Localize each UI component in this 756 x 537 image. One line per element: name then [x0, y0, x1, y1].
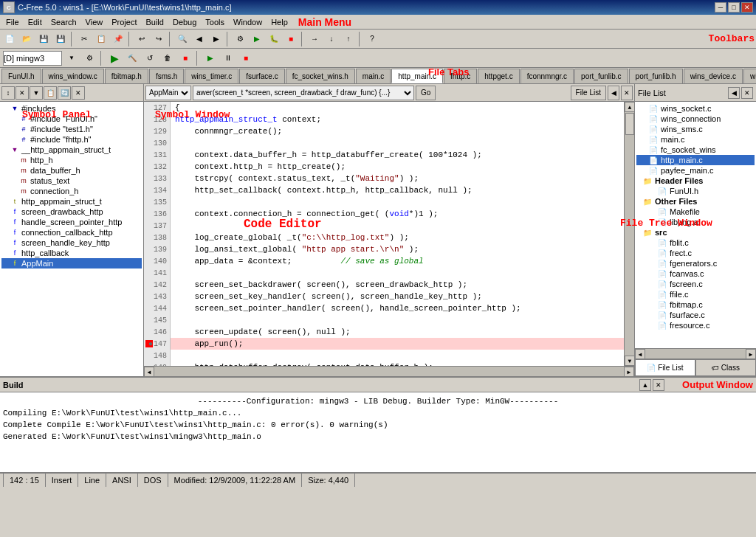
scroll-up-btn[interactable]: ▲: [625, 102, 634, 112]
tb2-play[interactable]: ▶: [106, 50, 123, 66]
tab-wins[interactable]: wins: [743, 69, 756, 83]
menu-window[interactable]: Window: [229, 16, 267, 28]
tab-http-main-c[interactable]: http_main.c: [391, 69, 443, 83]
tree-func-http-callback[interactable]: f http_callback: [1, 248, 142, 258]
tb-stepover[interactable]: →: [306, 31, 323, 47]
ft-hscroll-right[interactable]: ▶: [746, 349, 756, 359]
ft-hscroll-left[interactable]: ◀: [635, 349, 645, 359]
ft-other-files[interactable]: 📁 Other Files: [636, 196, 755, 207]
menu-edit[interactable]: Edit: [24, 16, 47, 28]
func-select[interactable]: awer(screen_t *screen, screen_drawback_f…: [193, 86, 414, 100]
symbol-select[interactable]: AppMain: [145, 86, 191, 100]
menu-help[interactable]: Help: [267, 16, 292, 28]
vertical-scrollbar[interactable]: ▲ ▼: [624, 102, 634, 366]
tab-wins-window-c[interactable]: wins_window.c: [42, 69, 104, 83]
tb2-rebuild[interactable]: ↺: [142, 50, 158, 66]
ft-fresource[interactable]: 📄 fresource.c: [636, 320, 755, 330]
tab-fbitmap-h[interactable]: fbitmap.h: [105, 69, 148, 83]
tab-fsurface-c[interactable]: fsurface.c: [239, 69, 284, 83]
ft-fcanvas[interactable]: 📄 fcanvas.c: [636, 268, 755, 279]
tb-new[interactable]: 📄: [1, 31, 18, 47]
menu-build[interactable]: Build: [141, 16, 168, 28]
tb2-build[interactable]: 🔨: [124, 50, 140, 66]
tree-struct[interactable]: ▼ __http_appmain_struct_t: [1, 145, 142, 155]
tb-saveall[interactable]: 💾: [52, 31, 69, 47]
tb2-debug-run[interactable]: ▶: [202, 50, 219, 66]
tree-type[interactable]: t http_appmain_struct_t: [1, 196, 142, 207]
hscroll-track[interactable]: [154, 367, 624, 376]
tab-port-funlib-c[interactable]: port_funlib.c: [574, 69, 628, 83]
ft-fscreen[interactable]: 📄 fscreen.c: [636, 279, 755, 289]
tb-debug[interactable]: 🐛: [266, 31, 282, 47]
tb-findprev[interactable]: ◀: [191, 31, 207, 47]
tb2-arrow[interactable]: ▼: [63, 50, 80, 66]
tb-stepinto[interactable]: ↓: [323, 31, 340, 47]
ft-frect[interactable]: 📄 frect.c: [636, 248, 755, 258]
sym-btn-5[interactable]: 🔄: [58, 86, 71, 100]
tree-include-test1[interactable]: # #include "test1.h": [1, 124, 142, 134]
ft-fbitmap[interactable]: 📄 fbitmap.c: [636, 299, 755, 310]
hscroll-left-btn[interactable]: ◀: [144, 367, 154, 377]
sym-btn-3[interactable]: ▼: [30, 86, 43, 100]
minimize-button[interactable]: ─: [715, 2, 726, 13]
tb-run[interactable]: ▶: [249, 31, 265, 47]
menu-view[interactable]: View: [81, 16, 108, 28]
tree-func-appmain[interactable]: f AppMain: [1, 258, 142, 268]
tree-includes[interactable]: ▼ #includes: [1, 103, 142, 114]
tree-member-connection[interactable]: m connection_h: [1, 186, 142, 196]
ft-payfee-main[interactable]: 📄 payfee_main.c: [636, 165, 755, 176]
compiler-input[interactable]: [3, 51, 62, 66]
tab-main-c[interactable]: main.c: [356, 69, 391, 83]
ft-collapse[interactable]: ◀: [728, 87, 740, 99]
tb2-pause[interactable]: ⏸: [220, 50, 236, 66]
tab-fhttp-c[interactable]: fhttp.c: [444, 69, 477, 83]
tab-fsms-h[interactable]: fsms.h: [149, 69, 184, 83]
tb-copy[interactable]: 📋: [93, 31, 109, 47]
sym-btn-4[interactable]: 📋: [44, 86, 57, 100]
ft-header-files[interactable]: 📁 Header Files: [636, 176, 755, 186]
ft-main-c[interactable]: 📄 main.c: [636, 134, 755, 145]
menu-file[interactable]: File: [1, 16, 24, 28]
menu-tools[interactable]: Tools: [201, 16, 229, 28]
ft-wins-connection[interactable]: 📄 wins_connection: [636, 114, 755, 124]
ft-src-folder[interactable]: 📁 src: [636, 227, 755, 238]
tb-find[interactable]: 🔍: [174, 31, 190, 47]
ft-fblit[interactable]: 📄 fblit.c: [636, 238, 755, 248]
tb2-stop[interactable]: ■: [177, 50, 193, 66]
tab-funui-h[interactable]: FunUI.h: [1, 69, 41, 83]
ft-tab-class[interactable]: 🏷 Class: [695, 359, 756, 376]
tb2-clean[interactable]: 🗑: [159, 50, 176, 66]
ft-hscroll-track[interactable]: [645, 349, 746, 358]
scroll-down-btn[interactable]: ▼: [625, 356, 634, 366]
tree-include-fhttp[interactable]: # #include "fhttp.h": [1, 134, 142, 145]
menu-project[interactable]: Project: [107, 16, 141, 28]
ft-fc-socket[interactable]: 📄 fc_socket_wins: [636, 145, 755, 155]
ft-libpng[interactable]: 📄 libpng.a: [636, 217, 755, 227]
menu-search[interactable]: Search: [47, 16, 81, 28]
tab-wins-timer-c[interactable]: wins_timer.c: [185, 69, 238, 83]
ft-fsurface[interactable]: 📄 fsurface.c: [636, 310, 755, 320]
tb-open[interactable]: 📂: [18, 31, 35, 47]
ft-makefile[interactable]: 📄 Makefile: [636, 207, 755, 217]
tree-member-status[interactable]: m status_text: [1, 176, 142, 186]
go-button[interactable]: Go: [416, 86, 436, 100]
tree-func-key[interactable]: f screen_handle_key_http: [1, 238, 142, 248]
output-collapse[interactable]: ▲: [639, 379, 651, 391]
tb-stop[interactable]: ■: [283, 31, 299, 47]
tree-func-drawback[interactable]: f screen_drawback_http: [1, 207, 142, 217]
scroll-track[interactable]: [625, 112, 634, 356]
tree-func-callback[interactable]: f connection_callback_http: [1, 227, 142, 238]
tb-stepout[interactable]: ↑: [340, 31, 357, 47]
tb-redo[interactable]: ↪: [151, 31, 167, 47]
ft-http-main[interactable]: 📄 http_main.c: [636, 155, 755, 165]
hscroll-right-btn[interactable]: ▶: [624, 367, 634, 377]
tab-fc-socket-wins-h[interactable]: fc_socket_wins.h: [286, 69, 355, 83]
tree-include-funui[interactable]: # #include "FunUI.h": [1, 114, 142, 124]
sym-btn-close[interactable]: ✕: [72, 86, 85, 100]
tab-port-funlib-h[interactable]: port_funlib.h: [629, 69, 683, 83]
tb-undo[interactable]: ↩: [134, 31, 150, 47]
ft-tab-file-list[interactable]: 📄 File List: [635, 359, 695, 376]
tb-cut[interactable]: ✂: [76, 31, 92, 47]
output-close[interactable]: ✕: [653, 379, 664, 391]
tb-compile[interactable]: ⚙: [232, 31, 248, 47]
